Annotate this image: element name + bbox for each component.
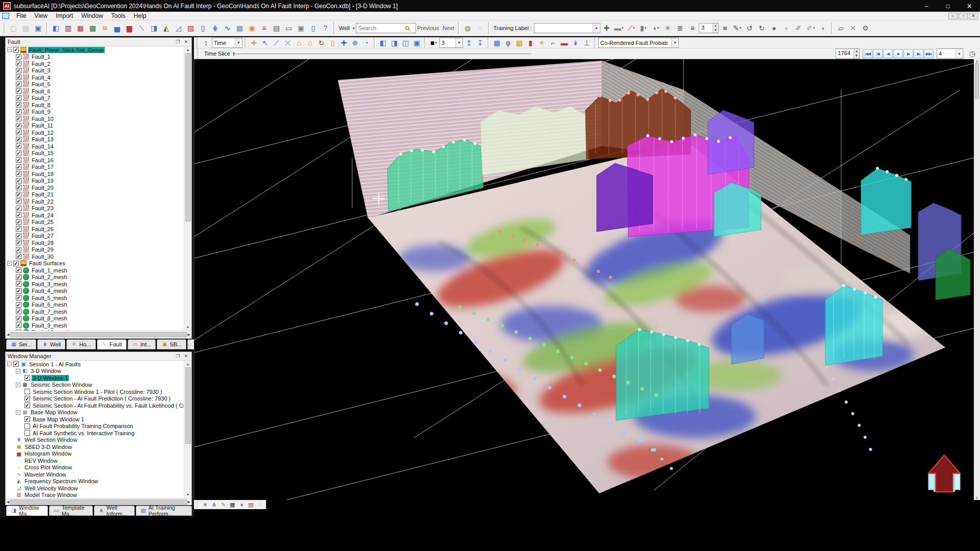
menu-item[interactable]: Tools bbox=[107, 12, 130, 20]
velocity-button[interactable]: ◿ bbox=[173, 22, 184, 34]
tree-item[interactable]: Fault_14 bbox=[6, 143, 184, 150]
tree-item[interactable]: Fault_26 bbox=[6, 226, 184, 233]
checkbox[interactable] bbox=[24, 389, 30, 394]
tree-item[interactable]: Fault_7_mesh bbox=[6, 308, 184, 315]
seismic-mini-button[interactable]: ▦ bbox=[228, 500, 237, 509]
fault-tree-scrollbar[interactable]: ▲▼ bbox=[184, 46, 191, 331]
expander-icon[interactable]: − bbox=[16, 383, 20, 387]
training-label-combo[interactable]: ▼ bbox=[534, 23, 600, 33]
pencil-button[interactable]: ✎▾ bbox=[731, 22, 743, 34]
tree-item[interactable]: Fault_20 bbox=[6, 184, 184, 191]
bottom-tab[interactable]: ▧AI Training Perform... bbox=[136, 506, 192, 516]
panel-close-icon[interactable]: ✕ bbox=[183, 39, 189, 44]
tree-item[interactable]: Seismic Section - AI Fault Prediction ( … bbox=[6, 395, 184, 403]
checkbox[interactable] bbox=[16, 157, 21, 163]
panel-tab[interactable]: ⋕Well bbox=[37, 339, 65, 349]
cube-outline-button[interactable]: ◫ bbox=[400, 38, 411, 48]
tree-item[interactable]: Fault_9 bbox=[6, 109, 184, 116]
checkbox[interactable] bbox=[16, 322, 21, 328]
first-slice-button[interactable]: |◀◀ bbox=[863, 49, 872, 58]
tree-item[interactable]: Fault_16 bbox=[6, 157, 184, 164]
label-list-button[interactable]: ▬▾ bbox=[613, 22, 625, 34]
checkbox[interactable] bbox=[16, 288, 21, 294]
line-width-button[interactable]: ≡ bbox=[687, 22, 698, 34]
spectrum-button[interactable]: ◭ bbox=[160, 22, 172, 34]
checkbox[interactable] bbox=[16, 302, 21, 308]
section-mini-button[interactable]: ▤ bbox=[247, 500, 255, 509]
menu-item[interactable]: View bbox=[30, 12, 52, 20]
globe-button[interactable]: ◉ bbox=[246, 22, 258, 34]
horizon-button[interactable]: ≋ bbox=[99, 22, 111, 34]
anim-speed-combo[interactable]: 4▼ bbox=[937, 48, 963, 59]
axes-button[interactable]: ⊥ bbox=[581, 38, 592, 48]
tree-item[interactable]: Fault_2_mesh bbox=[6, 274, 184, 281]
sbed-button[interactable]: ▧ bbox=[185, 22, 197, 34]
checkbox[interactable] bbox=[16, 61, 21, 66]
section-count-combo[interactable]: 3▼ bbox=[439, 38, 463, 48]
tree-item[interactable]: Fault_11 bbox=[6, 122, 184, 130]
tree-item[interactable]: Fault_9_mesh bbox=[6, 322, 184, 329]
checkbox[interactable] bbox=[16, 151, 21, 156]
tree-item[interactable]: Fault_4 bbox=[6, 74, 184, 81]
child-restore-button[interactable]: ▫ bbox=[959, 13, 968, 19]
snap-button[interactable]: ✳ bbox=[662, 22, 674, 34]
tree-item[interactable]: ⋕ Well Section Window bbox=[6, 437, 184, 444]
tree-item[interactable]: 3-D Window 1 bbox=[6, 374, 184, 382]
light-button[interactable]: ☀ bbox=[536, 38, 547, 48]
tree-item[interactable]: ∴ Cross Plot Window bbox=[6, 464, 184, 471]
bottom-tab[interactable]: ▭Template Ma... bbox=[49, 506, 93, 516]
tree-item[interactable]: Fault_12 bbox=[6, 129, 184, 136]
previous-button[interactable]: Previous bbox=[417, 25, 439, 31]
checkbox[interactable] bbox=[13, 361, 19, 367]
center-button[interactable]: ⊕ bbox=[350, 38, 360, 48]
tree-item[interactable]: Fault_3 bbox=[6, 67, 184, 74]
checkbox[interactable] bbox=[16, 164, 21, 170]
checkbox[interactable] bbox=[16, 185, 21, 190]
tree-item[interactable]: Fault_18 bbox=[6, 170, 184, 178]
menu-item[interactable]: Help bbox=[130, 12, 151, 20]
expander-icon[interactable]: − bbox=[16, 369, 20, 373]
settings-button[interactable]: ⚙ bbox=[860, 22, 871, 34]
report-button[interactable]: ▯ bbox=[197, 22, 209, 34]
brush-size-button[interactable]: ■ bbox=[719, 22, 731, 34]
tree-item[interactable]: ▅ Histogram Window bbox=[6, 450, 184, 458]
cube-volume-button[interactable]: ▣ bbox=[411, 38, 422, 48]
panel-tab[interactable]: ▦Sei... bbox=[6, 339, 36, 349]
well-correlation-button[interactable]: ⋕ bbox=[209, 22, 221, 34]
tree-item[interactable]: Fault_5_mesh bbox=[6, 294, 184, 302]
stop-button[interactable]: ■ bbox=[893, 49, 903, 58]
colormap-button[interactable]: ▬ bbox=[559, 38, 570, 48]
dark-brush-button[interactable]: ● bbox=[768, 22, 780, 34]
checkbox[interactable] bbox=[24, 396, 30, 402]
tree-item[interactable]: Fault_24 bbox=[6, 212, 184, 219]
tree-item[interactable]: − ▦ Base Map Window bbox=[6, 409, 184, 416]
curve-fan-button[interactable]: ∿ bbox=[222, 22, 233, 34]
tree-item[interactable]: Fault_1_mesh bbox=[6, 267, 184, 274]
pick-mode-button[interactable]: ⟋▾ bbox=[625, 22, 637, 34]
new-file-button[interactable]: ▢ bbox=[8, 22, 19, 34]
last-slice-button[interactable]: ▶▶| bbox=[924, 49, 934, 58]
tree-item[interactable]: Fault_1 bbox=[6, 54, 184, 61]
tree-item[interactable]: ▣ SBED 3-D Window bbox=[6, 443, 184, 450]
checkbox[interactable] bbox=[24, 416, 30, 422]
document-button[interactable]: ▯ bbox=[307, 22, 319, 34]
checkbox[interactable] bbox=[16, 74, 21, 80]
tree-item[interactable]: ◭ Frequency Spectrum Window bbox=[6, 478, 184, 485]
tree-item[interactable]: ∿ Wavelet Window bbox=[6, 471, 184, 478]
tree-item[interactable]: − ◧ 3-D Window bbox=[6, 368, 184, 375]
expander-icon[interactable]: − bbox=[7, 261, 12, 266]
polygon-select-button[interactable]: ▱ bbox=[835, 22, 847, 34]
child-close-button[interactable]: ✕ bbox=[969, 13, 978, 19]
tree-item[interactable]: − ▣ Session 1 - AI Faults bbox=[6, 361, 184, 368]
z-scale-down-button[interactable]: ↧ bbox=[475, 38, 485, 48]
menu-item[interactable]: Window bbox=[77, 12, 107, 20]
checkbox[interactable] bbox=[16, 171, 21, 177]
well-pick-button[interactable]: ⋔ bbox=[210, 500, 218, 509]
tree-item[interactable]: Fault_4_mesh bbox=[6, 288, 184, 295]
add-label-button[interactable]: ✚ bbox=[601, 22, 612, 34]
globe-grid-button[interactable]: ◍ bbox=[462, 22, 474, 34]
checkbox[interactable] bbox=[16, 309, 21, 314]
checkbox[interactable] bbox=[16, 116, 21, 121]
fault-stick-pick-button[interactable]: ⟋ bbox=[271, 38, 282, 48]
seismic-volume-button[interactable]: ▥ bbox=[62, 22, 74, 34]
